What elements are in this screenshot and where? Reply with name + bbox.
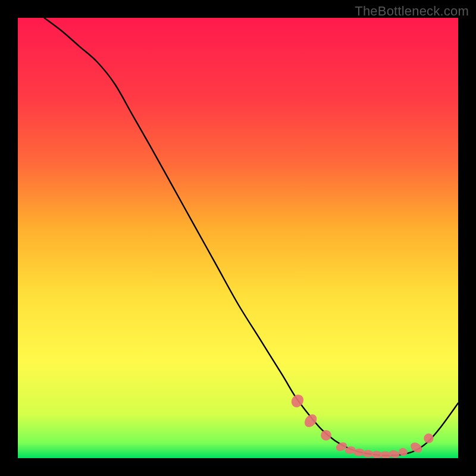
chart-svg — [18, 18, 458, 458]
marker-point — [321, 430, 331, 441]
marker-point — [424, 434, 433, 443]
gradient-background — [18, 18, 458, 458]
chart-frame: TheBottleneck.com — [0, 0, 476, 476]
plot-area — [18, 18, 458, 458]
watermark-text: TheBottleneck.com — [355, 4, 469, 19]
